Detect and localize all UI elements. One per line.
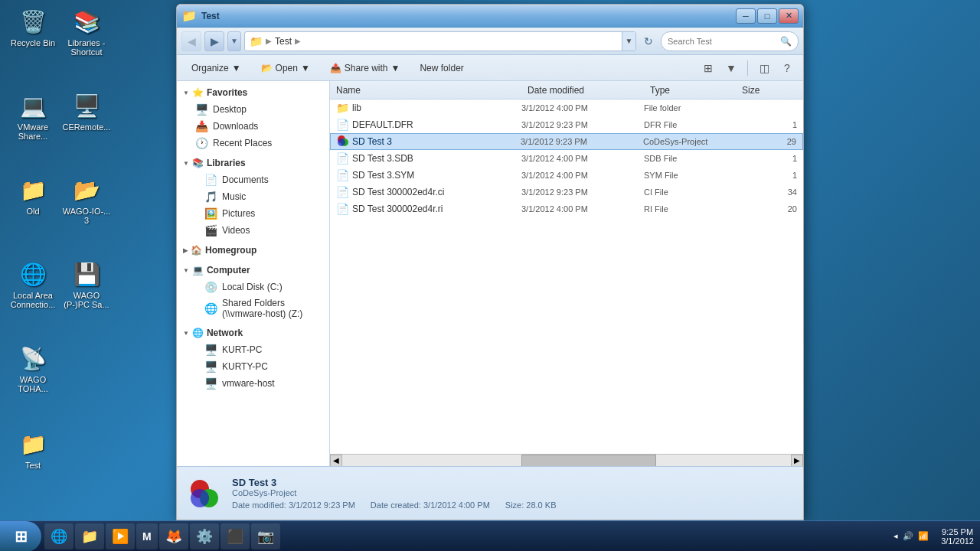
refresh-button[interactable]: ↻ [639,32,658,51]
nav-item-music[interactable]: 🎵 Music [177,188,329,205]
network-header[interactable]: ▼ 🌐 Network [177,324,329,341]
table-row[interactable]: SD Test 3 3/1/2012 9:23 PM CoDeSys-Proje… [330,133,803,150]
file-icon: 📄 [336,186,349,198]
desktop-icon-old[interactable]: 📁 Old [6,174,60,216]
nav-item-desktop[interactable]: 🖥️ Desktop [177,101,329,118]
computer-nav-icon: 💻 [192,265,204,276]
minimize-button[interactable]: ─ [736,8,756,24]
table-row[interactable]: 📄 SD Test 3.SYM 3/1/2012 4:00 PM SYM Fil… [330,167,803,184]
libraries-header[interactable]: ▼ 📚 Libraries [177,155,329,171]
col-header-type[interactable]: Type [647,81,739,99]
window-title: Test [201,11,220,21]
time-display: 9:25 PM [941,527,974,536]
nav-item-videos[interactable]: 🎬 Videos [177,222,329,239]
nav-item-pictures[interactable]: 🖼️ Pictures [177,205,329,222]
cmd-icon: ⬛ [227,528,243,545]
desktop-icon-vmware-share[interactable]: 💻 VMware Share... [6,90,60,141]
table-row[interactable]: 📄 SD Test 300002ed4r.ci 3/1/2012 9:23 PM… [330,184,803,201]
nav-item-documents[interactable]: 📄 Documents [177,171,329,188]
taskbar-item-capture[interactable]: 📷 [251,523,280,549]
close-button[interactable]: ✕ [779,8,799,24]
nav-item-downloads[interactable]: 📥 Downloads [177,118,329,135]
documents-nav-icon: 📄 [204,174,217,186]
col-header-name[interactable]: Name [333,81,524,99]
taskbar-item-mediaplayer[interactable]: ▶️ [106,523,135,549]
local-area-icon: 🌐 [18,259,48,289]
recent-places-nav-label: Recent Places [213,138,272,148]
taskbar-item-explorer[interactable]: 📁 [75,523,104,549]
status-date-created: Date created: 3/1/2012 4:00 PM [371,500,490,510]
sound-icon[interactable]: 🔊 [903,531,913,541]
address-chevron[interactable]: ▼ [622,32,635,51]
address-bar[interactable]: 📁 ▶ Test ▶ ▼ [244,31,636,51]
capture-icon: 📷 [257,528,274,545]
kurty-pc-nav-icon: 🖥️ [204,360,217,373]
desktop-nav-icon: 🖥️ [195,103,208,116]
back-button[interactable]: ◀ [181,31,201,51]
table-row[interactable]: 📁 lib 3/1/2012 4:00 PM File folder [330,99,803,116]
nav-item-recent-places[interactable]: 🕐 Recent Places [177,135,329,152]
favorites-label: Favorites [207,87,247,98]
col-header-size[interactable]: Size [739,81,800,99]
share-with-button[interactable]: 📤 Share with ▼ [322,58,409,78]
desktop-icon-libraries-shortcut[interactable]: 📚 Libraries - Shortcut [60,6,113,57]
libraries-shortcut-icon: 📚 [71,6,102,37]
path-folder-icon: 📁 [250,35,263,47]
search-icon[interactable]: 🔍 [780,36,792,47]
scroll-left-button[interactable]: ◀ [330,455,342,467]
recent-locations-button[interactable]: ▼ [227,31,241,51]
taskbar-item-codesys[interactable]: ⚙️ [190,523,219,549]
open-button[interactable]: 📂 Open ▼ [253,58,318,78]
tray-arrow[interactable]: ◂ [893,531,898,541]
music-nav-label: Music [222,191,246,202]
search-input[interactable] [668,37,777,46]
taskbar-item-cmd[interactable]: ⬛ [220,523,250,549]
date-display: 3/1/2012 [941,536,974,546]
pictures-nav-label: Pictures [222,208,255,219]
preview-pane-button[interactable]: ◫ [754,58,774,78]
taskbar-items: 🌐 📁 ▶️ M 🦊 ⚙️ ⬛ 📷 [41,523,887,549]
scroll-right-button[interactable]: ▶ [791,455,803,467]
nav-item-kurt-pc[interactable]: 🖥️ KURT-PC [177,341,329,358]
table-row[interactable]: 📄 SD Test 300002ed4r.ri 3/1/2012 4:00 PM… [330,201,803,217]
desktop-icon-test[interactable]: 📁 Test [6,429,60,470]
help-button[interactable]: ? [777,58,797,78]
desktop-icon-recycle-bin[interactable]: 🗑️ Recycle Bin [6,6,60,47]
desktop-icon-local-area[interactable]: 🌐 Local Area Connectio... [6,259,60,309]
favorites-section: ▼ ⭐ Favorites 🖥️ Desktop 📥 Downloads 🕐 [177,84,329,152]
firefox-icon: 🦊 [165,528,182,545]
desktop-icon-wago-io3[interactable]: 📂 WAGO-IO-... 3 [60,174,113,225]
horizontal-scrollbar[interactable]: ◀ ▶ [330,454,803,466]
table-row[interactable]: 📄 SD Test 3.SDB 3/1/2012 4:00 PM SDB Fil… [330,150,803,167]
taskbar-item-ie[interactable]: 🌐 [44,523,74,549]
desktop-icon-wago-toha[interactable]: 📡 WAGO TOHA... [6,343,60,393]
network-tray-icon[interactable]: 📶 [918,531,929,541]
view-options-button[interactable]: ⊞ [698,58,718,78]
path-text: Test [275,36,292,47]
path-arrow2: ▶ [295,37,301,45]
desktop-icon-wago[interactable]: 💾 WAGO (P-)PC Sa... [60,259,113,309]
view-dropdown-button[interactable]: ▼ [721,58,741,78]
status-file-icon [186,475,223,512]
search-bar[interactable]: 🔍 [661,31,799,51]
computer-label: Computer [207,265,250,276]
nav-item-kurty-pc[interactable]: 🖥️ KURTY-PC [177,358,329,375]
computer-header[interactable]: ▼ 💻 Computer [177,262,329,279]
scroll-thumb[interactable] [521,455,656,467]
maximize-button[interactable]: □ [757,8,777,24]
nav-item-local-disk[interactable]: 💿 Local Disk (C:) [177,279,329,295]
organize-button[interactable]: Organize ▼ [183,58,250,78]
col-header-date[interactable]: Date modified [524,81,647,99]
favorites-header[interactable]: ▼ ⭐ Favorites [177,84,329,101]
desktop-icon-ceremote[interactable]: 🖥️ CERemote... [60,90,113,132]
nav-item-vmware-host[interactable]: 🖥️ vmware-host [177,375,329,392]
nav-item-shared-folders[interactable]: 🌐 Shared Folders (\\vmware-host) (Z:) [177,295,329,321]
forward-button[interactable]: ▶ [204,31,224,51]
homegroup-header[interactable]: ▶ 🏠 Homegroup [177,242,329,259]
start-button[interactable]: ⊞ [0,521,41,552]
taskbar-time[interactable]: 9:25 PM 3/1/2012 [935,527,980,546]
taskbar-item-firefox[interactable]: 🦊 [159,523,188,549]
taskbar-item-micro[interactable]: M [136,523,158,549]
new-folder-button[interactable]: New folder [411,58,472,78]
table-row[interactable]: 📄 DEFAULT.DFR 3/1/2012 9:23 PM DFR File … [330,116,803,133]
